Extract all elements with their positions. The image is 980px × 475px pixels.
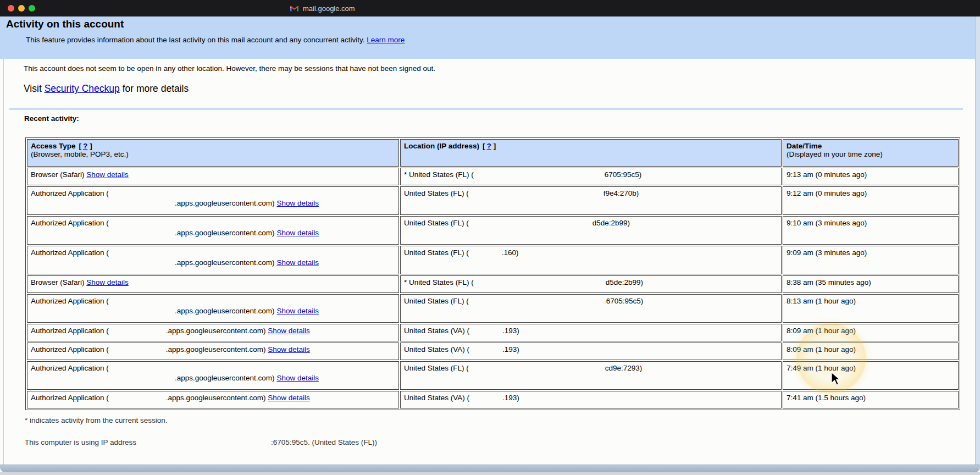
datetime-cell: 9:13 am (0 minutes ago) xyxy=(783,168,959,185)
ip-tail-text: d5de:2b99) xyxy=(593,219,630,227)
location-cell: * United States (FL) (6705:95c5) xyxy=(400,168,782,185)
app-domain-text: .apps.googleusercontent.com) xyxy=(175,229,276,237)
access-type-text: Browser (Safari) xyxy=(31,170,86,179)
access-type-cell: Browser (Safari) Show details xyxy=(27,168,399,185)
access-type-cell: Authorized Application (.apps.googleuser… xyxy=(27,246,399,274)
access-type-cell: Authorized Application (.apps.googleuser… xyxy=(27,391,399,408)
location-text: United States (FL) ( xyxy=(404,248,469,257)
show-details-link[interactable]: Show details xyxy=(276,258,319,267)
location-cell: United States (FL) (f9e4:270b) xyxy=(400,186,782,215)
app-domain-text: .apps.googleusercontent.com) xyxy=(166,327,268,335)
location-cell: United States (VA) (.193) xyxy=(400,391,782,408)
ip-tail-text: 6705:95c5) xyxy=(605,170,642,179)
mouse-cursor-icon xyxy=(829,372,841,386)
page-title: Activity on this account xyxy=(6,18,124,30)
close-window-button[interactable] xyxy=(8,5,14,12)
ip-tail-text: .160) xyxy=(502,248,519,257)
datetime-cell: 9:09 am (3 minutes ago) xyxy=(783,246,959,274)
table-row: Browser (Safari) Show details* United St… xyxy=(27,168,959,185)
ip-tail-text: f9e4:270b) xyxy=(603,189,639,197)
location-text: United States (FL) ( xyxy=(404,189,469,197)
window-left-edge xyxy=(3,59,4,465)
access-type-cell: Authorized Application (.apps.googleuser… xyxy=(27,343,399,360)
location-cell: United States (FL) (cd9e:7293) xyxy=(400,361,782,390)
access-type-text: Authorized Application ( xyxy=(31,219,395,227)
location-text: United States (VA) ( xyxy=(404,345,469,354)
access-type-cell: Authorized Application (.apps.googleuser… xyxy=(27,324,399,341)
recent-activity-label: Recent activity: xyxy=(24,114,79,123)
datetime-cell: 7:41 am (1.5 hours ago) xyxy=(783,391,959,408)
location-cell: * United States (FL) (d5de:2b99) xyxy=(400,275,782,293)
ip-tail-text: .193) xyxy=(502,394,519,402)
minimize-window-button[interactable] xyxy=(18,5,25,12)
page-description: This feature provides information about … xyxy=(26,36,405,44)
location-cell: United States (FL) (6705:95c5) xyxy=(400,294,782,323)
location-cell: United States (FL) (.160) xyxy=(400,246,782,274)
show-details-link[interactable]: Show details xyxy=(276,307,319,315)
ip-tail-text: .193) xyxy=(502,345,519,354)
location-text: * United States (FL) ( xyxy=(404,278,474,286)
account-status-text: This account does not seem to be open in… xyxy=(24,64,435,73)
ip-tail-text: d5de:2b99) xyxy=(606,278,643,286)
access-type-text: Browser (Safari) xyxy=(31,278,86,286)
access-type-cell: Authorized Application (.apps.googleuser… xyxy=(27,294,399,323)
datetime-cell: 8:38 am (35 minutes ago) xyxy=(783,275,959,293)
show-details-link[interactable]: Show details xyxy=(268,345,310,354)
location-text: United States (VA) ( xyxy=(404,327,469,335)
app-domain-text: .apps.googleusercontent.com) xyxy=(166,394,268,402)
table-header-row: Access Type[?] (Browser, mobile, POP3, e… xyxy=(27,139,959,167)
ip-tail-text: cd9e:7293) xyxy=(605,364,643,372)
window-titlebar: mail.google.com xyxy=(0,0,980,16)
show-details-link[interactable]: Show details xyxy=(86,278,129,286)
datetime-cell: 8:13 am (1 hour ago) xyxy=(783,294,959,323)
location-text: United States (VA) ( xyxy=(404,394,469,402)
location-text: United States (FL) ( xyxy=(404,219,469,227)
location-text: United States (FL) ( xyxy=(404,364,469,372)
location-text: United States (FL) ( xyxy=(404,297,469,305)
section-divider xyxy=(9,108,963,110)
location-cell: United States (VA) (.193) xyxy=(400,324,782,341)
access-type-text: Authorized Application ( xyxy=(31,345,109,354)
table-row: Authorized Application (.apps.googleuser… xyxy=(27,186,959,215)
show-details-link[interactable]: Show details xyxy=(268,327,310,335)
browser-tab[interactable]: mail.google.com xyxy=(290,3,355,13)
access-type-help-link[interactable]: ? xyxy=(83,142,87,150)
access-type-cell: Authorized Application (.apps.googleuser… xyxy=(27,216,399,245)
show-details-link[interactable]: Show details xyxy=(268,394,310,402)
window-bottom-edge xyxy=(0,465,980,472)
ip-tail-text: 6705:95c5) xyxy=(606,297,644,305)
access-type-text: Authorized Application ( xyxy=(31,189,395,197)
table-row: Authorized Application (.apps.googleuser… xyxy=(27,294,959,323)
security-checkup-link[interactable]: Security Checkup xyxy=(45,83,120,94)
location-help-link[interactable]: ? xyxy=(487,142,491,150)
table-row: Browser (Safari) Show details* United St… xyxy=(27,275,959,293)
security-checkup-line: Visit Security Checkup for more details xyxy=(24,83,189,95)
datetime-cell: 9:10 am (3 minutes ago) xyxy=(783,216,959,245)
session-note: * indicates activity from the current se… xyxy=(25,416,168,424)
show-details-link[interactable]: Show details xyxy=(276,229,319,237)
tab-title: mail.google.com xyxy=(303,4,355,13)
location-cell: United States (VA) (.193) xyxy=(400,343,782,360)
location-cell: United States (FL) (d5de:2b99) xyxy=(400,216,782,245)
app-domain-text: .apps.googleusercontent.com) xyxy=(175,199,276,207)
show-details-link[interactable]: Show details xyxy=(276,199,319,207)
show-details-link[interactable]: Show details xyxy=(276,374,319,382)
app-domain-text: .apps.googleusercontent.com) xyxy=(175,307,276,315)
window-right-edge xyxy=(975,16,980,465)
datetime-cell: 9:12 am (0 minutes ago) xyxy=(783,186,959,215)
location-header: Location (IP address)[?] xyxy=(400,139,782,167)
access-type-cell: Browser (Safari) Show details xyxy=(27,275,399,293)
access-type-cell: Authorized Application (.apps.googleuser… xyxy=(27,361,399,390)
show-details-link[interactable]: Show details xyxy=(86,170,129,179)
zoom-window-button[interactable] xyxy=(29,5,35,12)
access-type-text: Authorized Application ( xyxy=(31,327,109,335)
table-row: Authorized Application (.apps.googleuser… xyxy=(27,391,959,408)
location-text: * United States (FL) ( xyxy=(404,170,474,179)
access-type-text: Authorized Application ( xyxy=(31,297,395,305)
computer-ip-line: This computer is using IP address:6705:9… xyxy=(25,438,377,446)
learn-more-link[interactable]: Learn more xyxy=(367,36,405,44)
app-domain-text: .apps.googleusercontent.com) xyxy=(175,258,276,267)
access-type-text: Authorized Application ( xyxy=(31,248,395,257)
table-row: Authorized Application (.apps.googleuser… xyxy=(27,216,959,245)
access-type-text: Authorized Application ( xyxy=(31,364,395,372)
